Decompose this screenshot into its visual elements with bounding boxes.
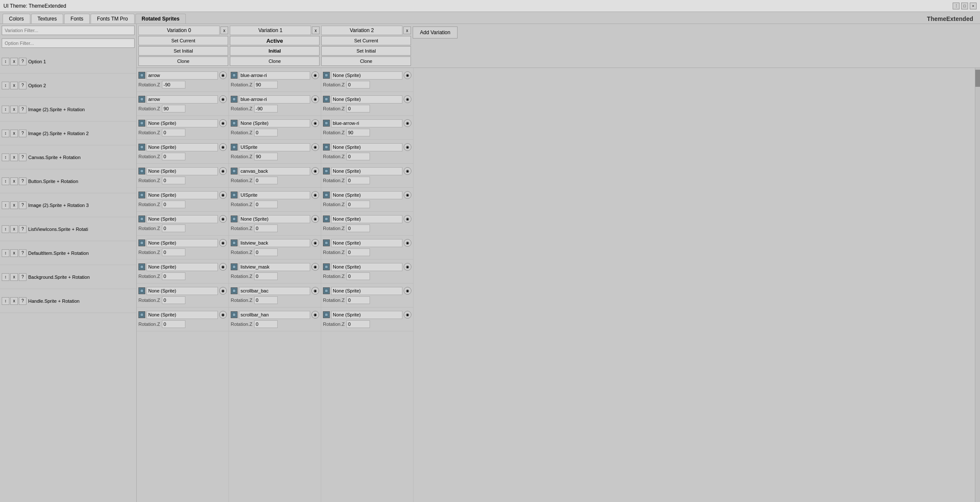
option-help-btn-10[interactable]: ?: [19, 297, 26, 305]
variation-0-clone-btn[interactable]: Clone: [138, 56, 228, 66]
sprite-value-2-4[interactable]: [331, 167, 402, 175]
rotation-value-2-2[interactable]: [346, 129, 370, 136]
sprite-value-0-6[interactable]: [147, 215, 218, 223]
scroll-thumb[interactable]: [975, 70, 980, 87]
sprite-value-1-4[interactable]: [239, 167, 310, 175]
rotation-value-2-6[interactable]: [346, 224, 370, 232]
rotation-value-1-8[interactable]: [254, 272, 278, 280]
rotation-value-2-5[interactable]: [346, 201, 370, 208]
sprite-value-1-6[interactable]: [239, 215, 310, 223]
sprite-select-btn-0-0[interactable]: ◉: [219, 71, 227, 79]
sprite-select-btn-2-2[interactable]: ◉: [404, 119, 411, 127]
variation-1-name[interactable]: [230, 26, 311, 35]
sprite-select-btn-2-7[interactable]: ◉: [404, 239, 411, 247]
variation-0-set-initial-btn[interactable]: Set Initial: [138, 46, 228, 56]
option-move-btn-4[interactable]: ↕: [2, 154, 9, 161]
option-remove-btn-10[interactable]: x: [10, 297, 18, 305]
sprite-select-btn-1-8[interactable]: ◉: [311, 263, 319, 271]
sprite-select-btn-1-7[interactable]: ◉: [311, 239, 319, 247]
option-help-btn-4[interactable]: ?: [19, 154, 26, 161]
option-filter-input[interactable]: [2, 38, 135, 48]
sprite-value-2-6[interactable]: [331, 215, 402, 223]
sprite-value-0-2[interactable]: [147, 119, 218, 127]
sprite-value-1-8[interactable]: [239, 263, 310, 271]
rotation-value-2-9[interactable]: [346, 296, 370, 304]
sprite-select-btn-2-5[interactable]: ◉: [404, 191, 411, 199]
option-help-btn-6[interactable]: ?: [19, 201, 26, 209]
option-help-btn-5[interactable]: ?: [19, 177, 26, 185]
variation-filter-input[interactable]: [2, 26, 135, 35]
rotation-value-1-0[interactable]: [254, 81, 278, 89]
rotation-value-1-5[interactable]: [254, 201, 278, 208]
sprite-value-2-5[interactable]: [331, 191, 402, 199]
sprite-select-btn-2-8[interactable]: ◉: [404, 263, 411, 271]
option-help-btn-7[interactable]: ?: [19, 225, 26, 233]
window-restore-btn[interactable]: □: [961, 3, 968, 9]
variation-1-clone-btn[interactable]: Clone: [230, 56, 320, 66]
rotation-value-2-1[interactable]: [346, 105, 370, 112]
sprite-select-btn-0-5[interactable]: ◉: [219, 191, 227, 199]
rotation-value-0-1[interactable]: [162, 105, 185, 112]
rotation-value-0-2[interactable]: [162, 129, 185, 136]
option-move-btn-0[interactable]: ↕: [2, 58, 9, 65]
sprite-select-btn-0-4[interactable]: ◉: [219, 167, 227, 175]
sprite-value-2-0[interactable]: [331, 71, 402, 80]
sprite-select-btn-1-3[interactable]: ◉: [311, 143, 319, 151]
add-variation-btn[interactable]: Add Variation: [413, 27, 458, 38]
option-remove-btn-5[interactable]: x: [10, 177, 18, 185]
option-help-btn-2[interactable]: ?: [19, 106, 26, 113]
sprite-value-1-2[interactable]: [239, 119, 310, 127]
option-remove-btn-1[interactable]: x: [10, 82, 18, 89]
sprite-value-0-10[interactable]: [147, 311, 218, 319]
sprite-value-0-1[interactable]: [147, 95, 218, 103]
sprite-value-2-10[interactable]: [331, 311, 402, 319]
sprite-select-btn-1-5[interactable]: ◉: [311, 191, 319, 199]
rotation-value-2-3[interactable]: [346, 153, 370, 160]
option-remove-btn-9[interactable]: x: [10, 273, 18, 281]
rotation-value-1-2[interactable]: [254, 129, 278, 136]
sprite-select-btn-1-9[interactable]: ◉: [311, 287, 319, 295]
sprite-select-btn-0-2[interactable]: ◉: [219, 119, 227, 127]
option-move-btn-7[interactable]: ↕: [2, 225, 9, 233]
variation-2-set-current-btn[interactable]: Set Current: [321, 36, 411, 45]
sprite-value-2-9[interactable]: [331, 287, 402, 295]
rotation-value-0-3[interactable]: [162, 153, 185, 160]
sprite-select-btn-2-9[interactable]: ◉: [404, 287, 411, 295]
sprite-select-btn-1-0[interactable]: ◉: [311, 71, 319, 79]
sprite-select-btn-1-6[interactable]: ◉: [311, 215, 319, 223]
sprite-value-2-7[interactable]: [331, 239, 402, 247]
variation-1-remove-btn[interactable]: x: [312, 27, 320, 34]
sprite-value-1-0[interactable]: [239, 71, 310, 80]
window-close-btn[interactable]: ×: [970, 3, 977, 9]
sprite-select-btn-1-2[interactable]: ◉: [311, 119, 319, 127]
tab-fonts-tm-pro[interactable]: Fonts TM Pro: [91, 14, 134, 24]
tab-fonts[interactable]: Fonts: [64, 14, 90, 24]
rotation-value-0-10[interactable]: [162, 320, 185, 328]
tab-rotated-sprites[interactable]: Rotated Sprites: [135, 14, 186, 24]
option-move-btn-2[interactable]: ↕: [2, 106, 9, 113]
rotation-value-1-3[interactable]: [254, 153, 278, 160]
option-help-btn-0[interactable]: ?: [19, 58, 26, 65]
sprite-value-0-4[interactable]: [147, 167, 218, 175]
rotation-value-1-4[interactable]: [254, 177, 278, 184]
sprite-select-btn-1-1[interactable]: ◉: [311, 95, 319, 103]
rotation-value-0-6[interactable]: [162, 224, 185, 232]
sprite-value-2-8[interactable]: [331, 263, 402, 271]
sprite-select-btn-0-1[interactable]: ◉: [219, 95, 227, 103]
variation-0-remove-btn[interactable]: x: [220, 27, 228, 34]
rotation-value-2-8[interactable]: [346, 272, 370, 280]
sprite-select-btn-0-3[interactable]: ◉: [219, 143, 227, 151]
scrollbar[interactable]: [975, 68, 980, 502]
sprite-value-0-3[interactable]: [147, 143, 218, 151]
rotation-value-1-9[interactable]: [254, 296, 278, 304]
rotation-value-0-9[interactable]: [162, 296, 185, 304]
option-help-btn-9[interactable]: ?: [19, 273, 26, 281]
sprite-select-btn-0-8[interactable]: ◉: [219, 263, 227, 271]
option-move-btn-1[interactable]: ↕: [2, 82, 9, 89]
sprite-value-1-1[interactable]: [239, 95, 310, 103]
option-remove-btn-3[interactable]: x: [10, 130, 18, 137]
sprite-select-btn-0-9[interactable]: ◉: [219, 287, 227, 295]
rotation-value-2-0[interactable]: [346, 81, 370, 89]
rotation-value-0-7[interactable]: [162, 248, 185, 256]
sprite-value-1-5[interactable]: [239, 191, 310, 199]
